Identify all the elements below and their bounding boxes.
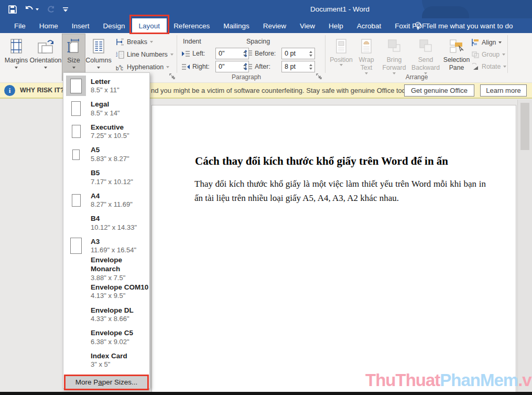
document-paragraph: Thay đổi kích thước khổ giấy là một việc… — [194, 177, 486, 205]
customize-quick-access-icon[interactable] — [63, 7, 68, 12]
group-separator — [177, 35, 177, 73]
tell-me-box[interactable]: Tell me what you want to do — [415, 18, 513, 33]
chevron-down-icon — [72, 67, 75, 69]
selection-pane-label: Selection Pane — [442, 56, 471, 72]
rotate-icon — [471, 63, 479, 70]
ribbon-tab[interactable]: View — [293, 18, 322, 33]
undo-button[interactable] — [25, 5, 39, 14]
indent-left-value: 0" — [216, 48, 241, 59]
paper-size-item[interactable]: Envelope Monarch 3.88" x 7.5" — [63, 258, 149, 281]
paper-size-text: Index Card 3" x 5" — [91, 351, 127, 369]
ribbon-tab[interactable]: Mailings — [216, 18, 256, 33]
ribbon-tab[interactable]: Insert — [65, 18, 96, 33]
scrollbar-thumb[interactable] — [520, 103, 529, 150]
ribbon-tab[interactable]: Acrobat — [350, 18, 388, 33]
paper-size-item[interactable]: A3 11.69" x 16.54" — [63, 234, 149, 258]
paper-size-item[interactable]: Envelope COM10 4.13" x 9.5" — [63, 280, 149, 303]
paper-size-dropdown: Letter 8.5" x 11" Legal 8.5" x 14" Execu… — [63, 72, 150, 389]
lightbulb-icon — [415, 22, 421, 30]
redo-button-disabled — [47, 5, 55, 14]
ribbon-tab-label: Mailings — [223, 22, 249, 30]
spinner-buttons[interactable] — [307, 48, 314, 59]
paper-icon-cell — [66, 121, 86, 142]
chevron-down-icon — [170, 54, 173, 56]
wrap-text-button: Wrap Text — [354, 34, 378, 80]
size-icon — [67, 38, 81, 55]
paper-icon-cell — [66, 282, 86, 302]
tell-me-label: Tell me what you want to do — [426, 22, 513, 30]
align-button[interactable]: Align — [471, 36, 506, 48]
site-watermark: ThuThuatPhanMem.vn — [365, 370, 532, 390]
margins-icon — [9, 38, 23, 55]
ribbon-tab[interactable]: References — [167, 18, 216, 33]
ribbon-tab[interactable]: Home — [32, 18, 65, 33]
paper-size-item[interactable]: A4 8.27" x 11.69" — [63, 189, 149, 212]
ribbon-tab[interactable]: Design — [96, 18, 132, 33]
spacing-before-label: Before: — [255, 50, 277, 57]
ribbon-tab[interactable]: File — [7, 18, 32, 33]
save-icon[interactable] — [8, 5, 17, 14]
paper-size-name: B5 — [91, 168, 133, 178]
document-page[interactable]: Cách thay đổi kích thước khổ giấy trên W… — [151, 105, 516, 392]
paper-size-item[interactable]: Envelope C5 6.38" x 9.02" — [63, 326, 149, 349]
paper-size-name: Envelope C5 — [91, 328, 133, 338]
bring-forward-label: Bring Forward — [379, 56, 409, 72]
more-paper-sizes-item[interactable]: More Paper Sizes... — [66, 376, 147, 389]
ribbon-tab[interactable]: Layout — [132, 18, 167, 33]
watermark-part3: .vn — [518, 370, 532, 390]
group-label: Group — [482, 51, 500, 58]
vertical-scrollbar[interactable] — [517, 100, 532, 392]
paper-size-dims: 7.17" x 10.12" — [91, 178, 133, 187]
chevron-down-icon — [15, 67, 18, 69]
hyphenation-button[interactable]: bca- Hyphenation — [116, 61, 173, 73]
page-setup-dialog-launcher[interactable] — [168, 72, 176, 80]
paper-size-item[interactable]: Executive 7.25" x 10.5" — [63, 120, 149, 143]
position-label: Position — [330, 56, 353, 64]
spacing-before-input[interactable]: 0 pt — [281, 48, 315, 59]
watermark-part2: PhanMem — [440, 370, 518, 390]
paragraph-dialog-launcher[interactable] — [315, 72, 322, 80]
indent-right-icon — [181, 63, 190, 70]
breaks-button[interactable]: Breaks — [116, 36, 173, 48]
chevron-down-icon — [498, 41, 502, 44]
indent-right-value: 0" — [216, 61, 241, 72]
paper-size-item[interactable]: Envelope DL 4.33" x 8.66" — [63, 303, 149, 326]
undo-dropdown-icon[interactable] — [36, 8, 39, 10]
learn-more-button[interactable]: Learn more — [480, 84, 527, 97]
spacing-after-input[interactable]: 8 pt — [281, 61, 315, 72]
paper-size-dims: 4.13" x 9.5" — [91, 292, 148, 301]
ribbon-tab-label: Layout — [139, 22, 160, 30]
line-numbers-button[interactable]: 12 Line Numbers — [116, 48, 173, 61]
spinner-buttons[interactable] — [307, 61, 314, 72]
paper-size-text: Executive 7.25" x 10.5" — [91, 123, 129, 141]
orientation-label: Orientation — [29, 57, 61, 65]
ribbon-tab[interactable]: Help — [322, 18, 350, 33]
ribbon-tab-label: Home — [39, 22, 58, 30]
get-genuine-office-button[interactable]: Get genuine Office — [404, 84, 474, 97]
paper-size-item[interactable]: Letter 8.5" x 11" — [63, 74, 149, 98]
chevron-down-icon — [365, 72, 368, 74]
margins-button[interactable]: Margins — [3, 34, 29, 80]
ribbon-tab[interactable]: Review — [256, 18, 293, 33]
paper-icon-cell — [66, 167, 86, 188]
spacing-after-value: 8 pt — [282, 61, 307, 72]
paper-size-item[interactable]: B5 7.17" x 10.12" — [63, 166, 149, 189]
paper-icon-cell — [66, 327, 86, 348]
paper-size-item[interactable]: A5 5.83" x 8.27" — [63, 143, 149, 166]
paper-size-item[interactable]: B4 10.12" x 14.33" — [63, 212, 149, 235]
paper-icon — [72, 150, 80, 160]
spacing-after-label: After: — [255, 63, 277, 70]
columns-icon — [92, 38, 105, 55]
paper-size-dims: 7.25" x 10.5" — [91, 132, 129, 141]
paper-size-text: Envelope Monarch 3.88" x 7.5" — [91, 255, 149, 283]
paragraph-group-label: Paragraph — [204, 73, 288, 81]
spacing-before-value: 0 pt — [282, 48, 307, 59]
selection-pane-icon — [449, 38, 464, 55]
paper-size-item[interactable]: Index Card 3" x 5" — [63, 349, 149, 372]
paper-size-item[interactable]: Legal 8.5" x 14" — [63, 98, 149, 121]
orientation-button[interactable]: Orientation — [30, 34, 61, 80]
paper-size-text: A5 5.83" x 8.27" — [91, 145, 129, 163]
paper-size-text: A3 11.69" x 16.54" — [91, 237, 136, 255]
indent-left-label: Left: — [192, 50, 211, 57]
paper-size-dims: 3.88" x 7.5" — [91, 274, 149, 283]
